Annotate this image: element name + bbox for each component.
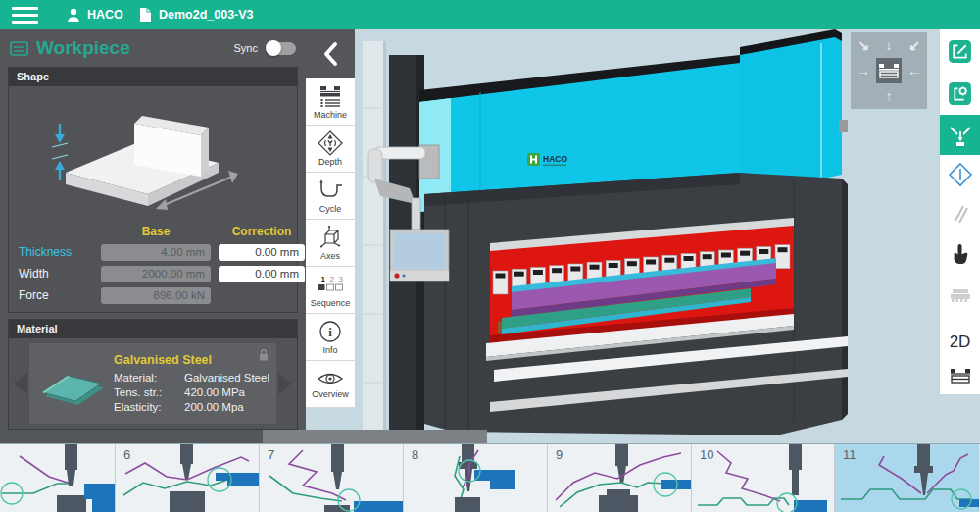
material-prev-button[interactable]	[14, 373, 27, 394]
manual-mode-button[interactable]	[940, 232, 980, 277]
cycle-icon	[318, 178, 343, 203]
chevron-left-icon	[321, 41, 339, 67]
force-label: Force	[15, 288, 93, 302]
view-arrow-down-left[interactable]: ↙	[902, 32, 927, 58]
workpiece-panel-header: Workpiece Sync	[0, 29, 306, 67]
program-settings-icon	[947, 80, 973, 107]
overview-eye-icon	[317, 369, 344, 388]
bend-sequence-strip: 6 7 8	[0, 443, 980, 512]
document-icon	[139, 7, 152, 23]
material-card[interactable]: Galvanised Steel Material:Galvanised Ste…	[29, 343, 276, 424]
user-name: HACO	[87, 8, 123, 22]
action-toolbar: 2D	[939, 29, 980, 394]
measure-button	[940, 195, 980, 233]
panel-title: Workpiece	[36, 37, 234, 59]
user-indicator[interactable]: HACO	[67, 0, 123, 29]
lock-icon	[257, 347, 270, 363]
width-correction-field[interactable]: 0.00 mm	[219, 266, 305, 282]
program-settings-button[interactable]	[940, 74, 980, 116]
bend-step-tile[interactable]: 9	[548, 444, 692, 512]
thickness-label: Thickness	[15, 245, 93, 259]
tooling-icon	[948, 282, 973, 308]
material-value: Galvanised Steel	[184, 371, 270, 385]
machine-front-icon	[878, 63, 900, 79]
view-2d-button[interactable]: 2D	[940, 326, 980, 358]
svg-text:i: i	[328, 325, 332, 339]
shape-preview	[9, 86, 297, 222]
bend-step-tile-selected[interactable]: 11	[835, 444, 979, 512]
workspace: HACO	[0, 29, 980, 512]
thickness-row: Thickness 4.00 mm 0.00 mm	[9, 241, 297, 263]
width-row: Width 2000.00 mm 0.00 mm	[9, 263, 297, 284]
svg-text:3: 3	[339, 275, 344, 283]
shape-section-header: Shape	[9, 68, 297, 86]
elasticity-value: 200.00 Mpa	[184, 400, 244, 415]
document-indicator[interactable]: Demo2d_003-V3	[139, 0, 254, 29]
info-icon: i	[318, 319, 343, 344]
material-title: Galvanised Steel	[114, 353, 270, 367]
simulation-button[interactable]	[940, 155, 980, 195]
sequence-icon: 1 2 3	[317, 272, 344, 297]
tab-cycle[interactable]: Cycle	[306, 173, 355, 220]
tab-overview[interactable]: Overview	[306, 361, 355, 408]
view-arrow-up[interactable]: ↑	[876, 83, 902, 109]
bend-step-tile[interactable]: 6	[116, 444, 260, 512]
tab-info[interactable]: i Info	[306, 314, 355, 361]
view-arrow-left[interactable]: ←	[902, 58, 927, 83]
document-name: Demo2d_003-V3	[159, 8, 254, 22]
svg-text:HACO: HACO	[543, 154, 567, 164]
material-next-button[interactable]	[278, 373, 292, 394]
collapse-panel-button[interactable]	[306, 29, 355, 78]
sync-toggle-knob	[266, 40, 281, 56]
viewport-3d[interactable]: HACO	[355, 29, 980, 443]
filmstrip-scrollbar[interactable]	[0, 430, 487, 443]
workpiece-icon	[10, 40, 28, 57]
bend-step-tile[interactable]: 7	[260, 444, 404, 512]
front-view-button[interactable]	[876, 58, 902, 83]
material-section-header: Material	[9, 320, 297, 338]
bend-step-tile[interactable]	[0, 444, 116, 512]
top-bar: HACO Demo2d_003-V3	[0, 0, 980, 29]
svg-text:1: 1	[321, 275, 326, 283]
simulation-icon	[948, 162, 973, 187]
view-arrow-down-right[interactable]: ↘	[851, 32, 876, 58]
bend-tool-button[interactable]	[940, 115, 980, 155]
fields-header-row: Base Correction	[9, 222, 297, 241]
edit-program-button[interactable]	[940, 29, 980, 74]
shape-section: Shape	[8, 67, 298, 313]
bend-tool-icon	[948, 123, 973, 148]
thickness-correction-field[interactable]: 0.00 mm	[219, 244, 305, 261]
user-icon	[67, 8, 80, 23]
view-arrow-right[interactable]: →	[851, 58, 876, 83]
depth-icon	[318, 130, 343, 156]
axes-icon	[318, 225, 343, 250]
material-section: Material Galvanised Steel Material:Galva…	[8, 319, 298, 430]
tensile-value: 420.00 MPa	[184, 385, 245, 400]
tooling-button	[940, 277, 980, 315]
measure-icon	[948, 201, 973, 227]
width-base-field: 2000.00 mm	[101, 266, 211, 282]
svg-text:2: 2	[330, 275, 335, 283]
sync-toggle[interactable]	[267, 42, 296, 55]
machine-icon	[318, 83, 343, 109]
tab-axes[interactable]: Axes	[306, 220, 355, 267]
edit-program-icon	[947, 38, 973, 65]
view-orientation-control[interactable]: ↘ ↓ ↙ → ← ↑	[851, 32, 927, 109]
width-label: Width	[15, 267, 93, 281]
view-toolbar: Machine Depth Cycle	[306, 29, 355, 408]
bend-step-tile[interactable]: 10	[692, 444, 835, 512]
sync-label: Sync	[234, 42, 258, 54]
bend-step-tile[interactable]: 8	[404, 444, 548, 512]
machine-2d-button[interactable]	[940, 358, 980, 394]
force-row: Force 896.00 kN	[9, 284, 297, 306]
menu-button[interactable]	[12, 7, 38, 24]
tab-machine[interactable]: Machine	[306, 78, 355, 126]
workpiece-panel: Workpiece Sync Shape	[0, 29, 306, 430]
tab-depth[interactable]: Depth	[306, 126, 355, 173]
force-base-field: 896.00 kN	[101, 287, 211, 304]
correction-column-header: Correction	[219, 225, 305, 238]
view-arrow-down[interactable]: ↓	[876, 32, 902, 58]
filmstrip-scrollbar-thumb[interactable]	[0, 430, 263, 443]
tab-sequence[interactable]: 1 2 3 Sequence	[306, 267, 355, 314]
thickness-base-field: 4.00 mm	[101, 244, 211, 261]
